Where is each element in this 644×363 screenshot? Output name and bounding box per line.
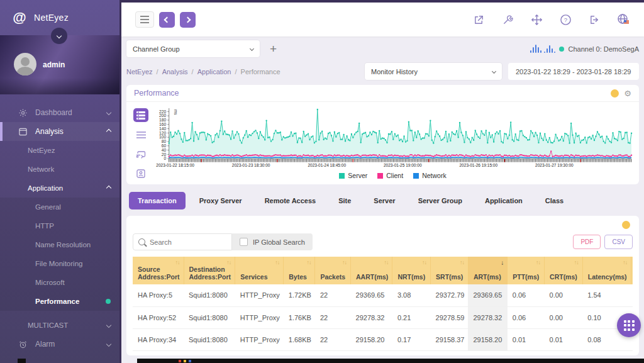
breadcrumb-item[interactable]: NetEyez	[126, 68, 153, 75]
sidebar-item-label: Name Resolution	[35, 241, 91, 249]
sidebar-item-microsoft[interactable]: Microsoft	[0, 273, 119, 292]
table-cell: 29158.20	[468, 328, 507, 350]
sort-icon[interactable]: ↑↓	[342, 259, 347, 265]
tab-server[interactable]: Server	[365, 192, 404, 209]
search-input[interactable]	[150, 238, 213, 246]
sidebar-item-application[interactable]: Application	[0, 179, 119, 198]
sort-icon[interactable]: ↑↓	[460, 259, 464, 265]
logout-icon[interactable]	[587, 13, 601, 26]
sidebar-item-performance[interactable]: Performance	[0, 292, 119, 311]
sort-icon[interactable]: ↑↓	[422, 259, 426, 265]
export-pdf-button[interactable]: PDF	[573, 235, 601, 249]
table-row[interactable]: HA Proxy:34Squid1:8080HTTP_Proxy1.68KB22…	[133, 328, 633, 350]
breadcrumb-item[interactable]: Analysis	[162, 68, 188, 75]
column-header-bytes[interactable]: ↑↓Bytes	[284, 257, 315, 284]
column-header-aart-ms-[interactable]: ↑↓AART(ms)	[351, 257, 392, 284]
back-button[interactable]	[159, 12, 175, 28]
profile-collapse-button[interactable]	[51, 28, 67, 44]
column-header-retr[interactable]: ↑↓Retr	[631, 257, 633, 284]
table-row[interactable]: HA Proxy:5Squid1:8080HTTP_Proxy1.72KB222…	[133, 284, 633, 306]
sort-icon[interactable]: ↑↓	[226, 259, 231, 265]
user-name: admin	[43, 60, 65, 69]
move-icon[interactable]	[530, 13, 543, 26]
status-dot	[611, 89, 619, 98]
table-cell: 29369.65	[468, 284, 507, 306]
sidebar-item-analysis[interactable]: Analysis	[0, 122, 119, 141]
table-toolbar: IP Global Search PDF CSV	[133, 233, 633, 250]
help-icon[interactable]: ?	[558, 13, 572, 26]
svg-text:120: 120	[159, 131, 166, 135]
column-header-crt-ms-[interactable]: ↑↓CRT(ms)	[545, 257, 583, 284]
tab-server-group[interactable]: Server Group	[409, 192, 471, 209]
list-view-button[interactable]	[133, 128, 148, 142]
sidebar-item-general[interactable]: General	[0, 198, 119, 216]
legend-label: Server	[348, 172, 367, 179]
sidebar-item-neteyez[interactable]: NetEyez	[0, 141, 119, 160]
column-header-nrt-ms-[interactable]: ↑↓NRT(ms)	[392, 257, 431, 284]
channel-group-select[interactable]: Channel Group	[126, 40, 260, 57]
column-header-services[interactable]: ↑↓Services	[235, 257, 284, 284]
breadcrumb-row: NetEyez/ Analysis/ Application/ Performa…	[126, 63, 639, 80]
sort-icon[interactable]: ↑↓	[574, 259, 579, 265]
channel-row: Channel Group + Channel 0: DemoSegA	[126, 40, 639, 57]
column-header-latency-ms-[interactable]: ↑↓Latency(ms)	[582, 257, 631, 284]
performance-panel-body: 020406080100120140160180200220ms2023-01-…	[126, 102, 639, 184]
sort-icon[interactable]: ↑↓	[275, 259, 279, 265]
avatar[interactable]	[14, 53, 36, 75]
table-cell: 0.21	[392, 306, 431, 328]
menu-toggle-button[interactable]	[135, 11, 154, 28]
sort-icon[interactable]: ↑↓	[623, 259, 627, 265]
sidebar-item-file-monitoring[interactable]: File Monitoring	[0, 254, 119, 273]
table-row[interactable]: HA Proxy:52Squid1:8080HTTP_Proxy1.76KB22…	[133, 306, 633, 328]
taskbar-corner	[18, 359, 26, 363]
column-header-source-address-port[interactable]: ↑↓Source Address:Port	[133, 257, 184, 284]
top-toolbar: ?	[121, 3, 644, 36]
forward-button[interactable]	[180, 12, 196, 28]
contact-card-button[interactable]	[133, 167, 148, 181]
sort-icon[interactable]: ↑↓	[536, 259, 540, 265]
performance-panel-header: Performance ⚙	[126, 85, 639, 102]
column-header-destination-address-port[interactable]: ↑↓Destination Address:Port	[184, 257, 235, 284]
sort-icon[interactable]: ↑↓	[384, 259, 388, 265]
ip-global-search-checkbox[interactable]	[240, 238, 248, 246]
chart-view-button[interactable]	[133, 108, 148, 122]
add-channel-group-button[interactable]: +	[270, 43, 277, 55]
export-csv-button[interactable]: CSV	[604, 235, 633, 249]
svg-text:40: 40	[162, 148, 167, 152]
language-globe-icon[interactable]	[616, 13, 630, 26]
legend-item-network[interactable]: Network	[413, 172, 447, 179]
sidebar-item-multicast[interactable]: MULTICAST	[0, 316, 119, 335]
sort-icon[interactable]: ↑↓	[175, 259, 180, 265]
sidebar-item-name-resolution[interactable]: Name Resolution	[0, 235, 119, 254]
performance-panel: Performance ⚙	[126, 85, 639, 184]
sidebar-item-http[interactable]: HTTP	[0, 216, 119, 235]
tab-class[interactable]: Class	[536, 192, 572, 209]
sidebar-item-network[interactable]: Network	[0, 160, 119, 179]
tab-transaction[interactable]: Transaction	[129, 192, 186, 209]
tab-proxy-server[interactable]: Proxy Server	[191, 192, 251, 209]
column-header-art-ms-[interactable]: ↓ART(ms)	[468, 257, 507, 284]
taskbar-strip	[137, 359, 644, 363]
sidebar-item-alarm[interactable]: Alarm	[0, 335, 119, 354]
tab-application[interactable]: Application	[476, 192, 531, 209]
panel-settings-gear-icon[interactable]: ⚙	[624, 89, 631, 98]
column-label: PTT(ms)	[513, 273, 539, 281]
breadcrumb-item[interactable]: Application	[197, 68, 231, 75]
wrench-icon[interactable]	[501, 13, 514, 26]
sort-icon[interactable]: ↓	[501, 259, 503, 266]
tab-remote-access[interactable]: Remote Access	[256, 192, 325, 209]
date-range-input[interactable]: 2023-01-22 18:29 - 2023-01-28 18:29	[508, 63, 639, 80]
monitor-history-select[interactable]: Monitor History	[365, 63, 502, 80]
share-icon[interactable]	[472, 13, 486, 26]
column-header-srt-ms-[interactable]: ↑↓SRT(ms)	[431, 257, 469, 284]
column-header-ptt-ms-[interactable]: ↑↓PTT(ms)	[508, 257, 545, 284]
sort-icon[interactable]: ↑↓	[306, 259, 311, 265]
legend-item-server[interactable]: Server	[339, 172, 367, 179]
sidebar-item-dashboard[interactable]: Dashboard	[0, 103, 119, 122]
column-header-packets[interactable]: ↑↓Packets	[315, 257, 351, 284]
loop-refresh-button[interactable]	[133, 147, 148, 161]
quick-apps-button[interactable]	[617, 313, 641, 337]
ip-global-search-toggle[interactable]: IP Global Search	[232, 233, 313, 250]
legend-item-client[interactable]: Client	[377, 172, 403, 179]
tab-site[interactable]: Site	[330, 192, 360, 209]
